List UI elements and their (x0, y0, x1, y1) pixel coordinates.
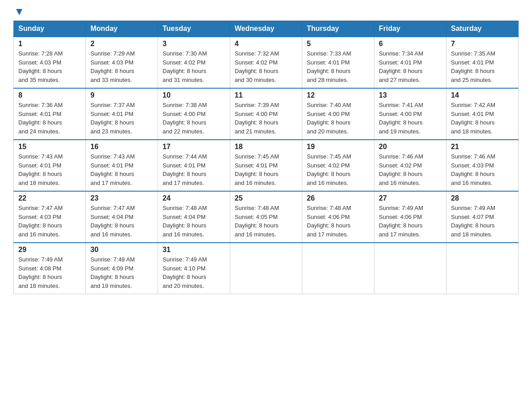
day-number: 21 (451, 143, 514, 151)
day-number: 26 (307, 194, 369, 202)
day-of-week-header: Saturday (446, 21, 519, 37)
day-of-week-header: Tuesday (158, 21, 230, 37)
calendar-cell: 28 Sunrise: 7:49 AM Sunset: 4:07 PM Dayl… (446, 191, 519, 243)
day-info: Sunrise: 7:34 AM Sunset: 4:01 PM Dayligh… (379, 49, 442, 84)
day-info: Sunrise: 7:48 AM Sunset: 4:04 PM Dayligh… (163, 204, 225, 239)
day-info: Sunrise: 7:32 AM Sunset: 4:02 PM Dayligh… (235, 49, 297, 84)
day-info: Sunrise: 7:33 AM Sunset: 4:01 PM Dayligh… (307, 49, 369, 84)
logo-triangle-icon (14, 7, 24, 17)
day-number: 14 (451, 91, 514, 99)
day-number: 6 (379, 40, 442, 48)
calendar-cell: 20 Sunrise: 7:46 AM Sunset: 4:02 PM Dayl… (374, 140, 446, 191)
day-info: Sunrise: 7:30 AM Sunset: 4:02 PM Dayligh… (163, 49, 225, 84)
page-header (13, 9, 519, 16)
day-info: Sunrise: 7:36 AM Sunset: 4:01 PM Dayligh… (18, 101, 81, 136)
calendar-cell: 19 Sunrise: 7:45 AM Sunset: 4:02 PM Dayl… (302, 140, 374, 191)
day-number: 27 (379, 194, 442, 202)
day-number: 23 (90, 194, 153, 202)
day-number: 11 (235, 91, 297, 99)
calendar-cell: 30 Sunrise: 7:49 AM Sunset: 4:09 PM Dayl… (86, 243, 158, 294)
calendar-cell: 18 Sunrise: 7:45 AM Sunset: 4:01 PM Dayl… (230, 140, 302, 191)
day-number: 1 (18, 40, 81, 48)
day-info: Sunrise: 7:41 AM Sunset: 4:00 PM Dayligh… (379, 101, 442, 136)
day-number: 5 (307, 40, 369, 48)
day-number: 20 (379, 143, 442, 151)
day-info: Sunrise: 7:48 AM Sunset: 4:05 PM Dayligh… (235, 204, 297, 239)
day-info: Sunrise: 7:37 AM Sunset: 4:01 PM Dayligh… (90, 101, 153, 136)
day-number: 3 (163, 40, 225, 48)
day-info: Sunrise: 7:49 AM Sunset: 4:10 PM Dayligh… (163, 255, 225, 290)
calendar-cell: 9 Sunrise: 7:37 AM Sunset: 4:01 PM Dayli… (86, 88, 158, 140)
day-number: 31 (163, 246, 225, 254)
day-of-week-header: Wednesday (230, 21, 302, 37)
calendar-cell (230, 243, 302, 294)
day-number: 9 (90, 91, 153, 99)
day-info: Sunrise: 7:43 AM Sunset: 4:01 PM Dayligh… (18, 152, 81, 187)
calendar-week-row: 8 Sunrise: 7:36 AM Sunset: 4:01 PM Dayli… (14, 88, 519, 140)
calendar-cell: 26 Sunrise: 7:48 AM Sunset: 4:06 PM Dayl… (302, 191, 374, 243)
calendar-cell: 3 Sunrise: 7:30 AM Sunset: 4:02 PM Dayli… (158, 37, 230, 88)
day-info: Sunrise: 7:42 AM Sunset: 4:01 PM Dayligh… (451, 101, 514, 136)
day-of-week-header: Monday (86, 21, 158, 37)
calendar-cell: 10 Sunrise: 7:38 AM Sunset: 4:00 PM Dayl… (158, 88, 230, 140)
calendar-cell: 15 Sunrise: 7:43 AM Sunset: 4:01 PM Dayl… (14, 140, 86, 191)
day-info: Sunrise: 7:38 AM Sunset: 4:00 PM Dayligh… (163, 101, 225, 136)
calendar-cell: 16 Sunrise: 7:43 AM Sunset: 4:01 PM Dayl… (86, 140, 158, 191)
calendar-week-row: 15 Sunrise: 7:43 AM Sunset: 4:01 PM Dayl… (14, 140, 519, 191)
day-info: Sunrise: 7:47 AM Sunset: 4:03 PM Dayligh… (18, 204, 81, 239)
day-info: Sunrise: 7:45 AM Sunset: 4:02 PM Dayligh… (307, 152, 369, 187)
calendar-cell: 12 Sunrise: 7:40 AM Sunset: 4:00 PM Dayl… (302, 88, 374, 140)
calendar-cell: 4 Sunrise: 7:32 AM Sunset: 4:02 PM Dayli… (230, 37, 302, 88)
calendar-week-row: 22 Sunrise: 7:47 AM Sunset: 4:03 PM Dayl… (14, 191, 519, 243)
calendar-cell: 8 Sunrise: 7:36 AM Sunset: 4:01 PM Dayli… (14, 88, 86, 140)
day-number: 2 (90, 40, 153, 48)
day-number: 24 (163, 194, 225, 202)
day-info: Sunrise: 7:49 AM Sunset: 4:08 PM Dayligh… (18, 255, 81, 290)
day-number: 15 (18, 143, 81, 151)
day-of-week-header: Sunday (14, 21, 86, 37)
day-number: 18 (235, 143, 297, 151)
day-info: Sunrise: 7:39 AM Sunset: 4:00 PM Dayligh… (235, 101, 297, 136)
day-number: 22 (18, 194, 81, 202)
calendar-table: SundayMondayTuesdayWednesdayThursdayFrid… (13, 21, 519, 294)
day-of-week-header: Thursday (302, 21, 374, 37)
day-info: Sunrise: 7:47 AM Sunset: 4:04 PM Dayligh… (90, 204, 153, 239)
calendar-cell: 13 Sunrise: 7:41 AM Sunset: 4:00 PM Dayl… (374, 88, 446, 140)
calendar-cell: 27 Sunrise: 7:49 AM Sunset: 4:06 PM Dayl… (374, 191, 446, 243)
day-of-week-header: Friday (374, 21, 446, 37)
calendar-week-row: 1 Sunrise: 7:28 AM Sunset: 4:03 PM Dayli… (14, 37, 519, 88)
calendar-cell (446, 243, 519, 294)
day-info: Sunrise: 7:46 AM Sunset: 4:02 PM Dayligh… (379, 152, 442, 187)
day-info: Sunrise: 7:43 AM Sunset: 4:01 PM Dayligh… (90, 152, 153, 187)
day-number: 4 (235, 40, 297, 48)
day-info: Sunrise: 7:29 AM Sunset: 4:03 PM Dayligh… (90, 49, 153, 84)
day-info: Sunrise: 7:28 AM Sunset: 4:03 PM Dayligh… (18, 49, 81, 84)
calendar-cell: 21 Sunrise: 7:46 AM Sunset: 4:03 PM Dayl… (446, 140, 519, 191)
day-number: 8 (18, 91, 81, 99)
day-info: Sunrise: 7:40 AM Sunset: 4:00 PM Dayligh… (307, 101, 369, 136)
calendar-cell: 6 Sunrise: 7:34 AM Sunset: 4:01 PM Dayli… (374, 37, 446, 88)
day-number: 25 (235, 194, 297, 202)
calendar-cell: 25 Sunrise: 7:48 AM Sunset: 4:05 PM Dayl… (230, 191, 302, 243)
day-info: Sunrise: 7:49 AM Sunset: 4:07 PM Dayligh… (451, 204, 514, 239)
day-info: Sunrise: 7:45 AM Sunset: 4:01 PM Dayligh… (235, 152, 297, 187)
calendar-cell: 23 Sunrise: 7:47 AM Sunset: 4:04 PM Dayl… (86, 191, 158, 243)
logo (13, 9, 24, 16)
day-info: Sunrise: 7:49 AM Sunset: 4:09 PM Dayligh… (90, 255, 153, 290)
calendar-cell: 1 Sunrise: 7:28 AM Sunset: 4:03 PM Dayli… (14, 37, 86, 88)
day-info: Sunrise: 7:35 AM Sunset: 4:01 PM Dayligh… (451, 49, 514, 84)
day-number: 13 (379, 91, 442, 99)
day-info: Sunrise: 7:44 AM Sunset: 4:01 PM Dayligh… (163, 152, 225, 187)
day-number: 19 (307, 143, 369, 151)
calendar-cell: 22 Sunrise: 7:47 AM Sunset: 4:03 PM Dayl… (14, 191, 86, 243)
calendar-cell: 24 Sunrise: 7:48 AM Sunset: 4:04 PM Dayl… (158, 191, 230, 243)
calendar-cell: 11 Sunrise: 7:39 AM Sunset: 4:00 PM Dayl… (230, 88, 302, 140)
calendar-cell: 2 Sunrise: 7:29 AM Sunset: 4:03 PM Dayli… (86, 37, 158, 88)
calendar-cell: 31 Sunrise: 7:49 AM Sunset: 4:10 PM Dayl… (158, 243, 230, 294)
day-info: Sunrise: 7:48 AM Sunset: 4:06 PM Dayligh… (307, 204, 369, 239)
day-number: 16 (90, 143, 153, 151)
calendar-cell (302, 243, 374, 294)
calendar-week-row: 29 Sunrise: 7:49 AM Sunset: 4:08 PM Dayl… (14, 243, 519, 294)
calendar-cell: 7 Sunrise: 7:35 AM Sunset: 4:01 PM Dayli… (446, 37, 519, 88)
day-number: 29 (18, 246, 81, 254)
